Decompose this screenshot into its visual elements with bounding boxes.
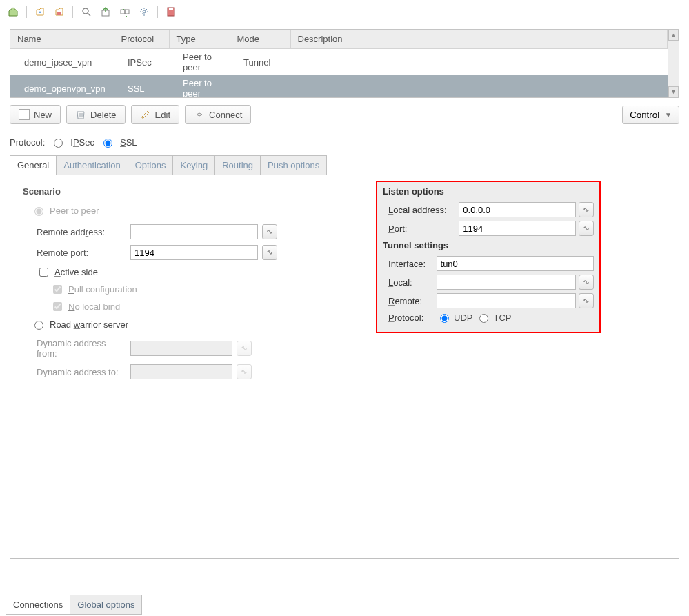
tab-connections[interactable]: Connections: [6, 595, 70, 615]
active-side-checkbox[interactable]: [39, 268, 48, 277]
cell-mode: [230, 75, 290, 97]
new-icon: [19, 109, 30, 120]
port-input[interactable]: [459, 221, 576, 236]
tunnel-remote-link-icon[interactable]: [579, 293, 594, 308]
dyn-from-link-icon: [237, 341, 252, 356]
delete-icon: [75, 109, 86, 120]
dyn-from-label: Dynamic address from:: [37, 338, 126, 359]
right-panel: Listen options Local address: Port: Tunn…: [369, 175, 608, 558]
svg-rect-0: [57, 12, 61, 15]
top-toolbar: [0, 0, 689, 23]
control-label: Control: [630, 110, 659, 120]
tunnel-protocol-label: Protocol:: [388, 312, 434, 323]
dyn-to-label: Dynamic address to:: [37, 367, 126, 377]
remote-port-input[interactable]: [130, 245, 258, 260]
tunnel-remote-label: Remote:: [388, 296, 434, 306]
search-icon[interactable]: [79, 4, 94, 19]
scroll-down-icon[interactable]: ▼: [668, 86, 679, 97]
delete-button[interactable]: Delete: [66, 105, 126, 124]
action-bar: New Delete Edit Connect Control ▼: [10, 98, 679, 131]
col-header-type[interactable]: Type: [169, 30, 230, 49]
tunnel-local-link-icon[interactable]: [579, 275, 594, 290]
cell-protocol: IPSec: [114, 49, 169, 76]
port-label: Port:: [388, 223, 456, 234]
gear-icon[interactable]: [137, 4, 152, 19]
tab-content: Scenario Peer to peer Remote address: Re…: [10, 175, 679, 559]
peer-to-peer-radio[interactable]: [34, 207, 43, 216]
cell-protocol: SSL: [114, 75, 169, 97]
tunnel-local-input[interactable]: [437, 275, 577, 290]
peer-to-peer-label: Peer to peer: [50, 206, 99, 216]
local-address-label: Local address:: [388, 205, 456, 215]
svg-rect-4: [121, 10, 125, 14]
table-row[interactable]: demo_ipsec_vpnIPSecPeer to peerTunnel: [10, 49, 668, 76]
scenario-title: Scenario: [23, 186, 357, 197]
no-local-bind-checkbox: [53, 302, 62, 311]
udp-label: UDP: [454, 312, 472, 323]
interface-input[interactable]: [437, 256, 594, 271]
cell-type: Peer to peer: [169, 49, 230, 76]
scroll-up-icon[interactable]: ▲: [668, 30, 679, 41]
road-warrior-label: Road warrior server: [50, 319, 128, 330]
tab-global-options[interactable]: Global options: [70, 595, 142, 615]
local-address-input[interactable]: [459, 202, 576, 217]
peer-to-peer-row: Peer to peer: [23, 205, 357, 216]
svg-point-6: [143, 10, 146, 13]
db-save-icon[interactable]: [163, 4, 179, 19]
tab-keying[interactable]: Keying: [172, 155, 215, 175]
new-button[interactable]: New: [10, 105, 61, 124]
listen-options-box: Listen options Local address: Port: Tunn…: [376, 181, 601, 333]
edit-icon: [140, 109, 151, 120]
col-header-protocol[interactable]: Protocol: [114, 30, 169, 49]
tab-routing[interactable]: Routing: [214, 155, 261, 175]
listen-options-title: Listen options: [383, 186, 594, 197]
remote-port-label: Remote port:: [37, 248, 126, 258]
tcp-radio[interactable]: [479, 314, 488, 323]
remote-address-link-icon[interactable]: [262, 224, 277, 239]
control-dropdown[interactable]: Control ▼: [622, 106, 679, 124]
remote-port-link-icon[interactable]: [262, 245, 277, 260]
save-icon[interactable]: [52, 4, 67, 19]
col-header-mode[interactable]: Mode: [230, 30, 290, 49]
interface-label: Interface:: [388, 259, 434, 269]
dyn-to-link-icon: [237, 364, 252, 379]
col-header-description[interactable]: Description: [290, 30, 668, 49]
udp-radio[interactable]: [440, 314, 449, 323]
cell-type: Peer to peer: [169, 75, 230, 97]
local-address-link-icon[interactable]: [579, 202, 594, 217]
cell-description: [290, 75, 668, 97]
no-local-bind-label: No local bind: [68, 301, 120, 312]
remote-address-input[interactable]: [130, 224, 258, 239]
svg-line-2: [88, 13, 90, 16]
export-icon[interactable]: [98, 4, 113, 19]
cell-mode: Tunnel: [230, 49, 290, 76]
cell-name: demo_openvpn_vpn: [10, 75, 114, 97]
tab-general[interactable]: General: [10, 155, 57, 175]
tab-push-options[interactable]: Push options: [260, 155, 327, 175]
table-scrollbar[interactable]: ▲ ▼: [668, 30, 679, 97]
protocol-ipsec-radio[interactable]: [54, 139, 63, 148]
edit-button[interactable]: Edit: [131, 105, 179, 124]
col-header-name[interactable]: Name: [10, 30, 114, 49]
protocol-ssl-radio[interactable]: [103, 139, 112, 148]
protocol-line: Protocol: IPSec SSL: [10, 131, 679, 155]
load-icon[interactable]: [32, 4, 48, 19]
bottom-tabs: Connections Global options: [0, 595, 147, 616]
tab-authentication[interactable]: Authentication: [56, 155, 128, 175]
connect-button[interactable]: Connect: [185, 105, 251, 124]
table-row[interactable]: demo_openvpn_vpnSSLPeer to peer: [10, 75, 668, 97]
tab-options[interactable]: Options: [128, 155, 174, 175]
home-icon[interactable]: [6, 4, 21, 19]
scenario-panel: Scenario Peer to peer Remote address: Re…: [10, 175, 369, 558]
tunnel-remote-input[interactable]: [437, 293, 577, 308]
connect-button-label: nnect: [221, 110, 243, 120]
port-link-icon[interactable]: [579, 221, 594, 236]
tunnel-settings-title: Tunnel settings: [383, 240, 594, 250]
sync-icon[interactable]: [117, 4, 132, 19]
road-warrior-radio[interactable]: [34, 321, 43, 330]
cell-name: demo_ipsec_vpn: [10, 49, 114, 76]
protocol-ipsec-label: IPSec: [70, 137, 94, 148]
svg-rect-8: [169, 8, 173, 10]
connections-table: Name Protocol Type Mode Description demo…: [10, 30, 668, 97]
toolbar-separator: [72, 6, 73, 18]
